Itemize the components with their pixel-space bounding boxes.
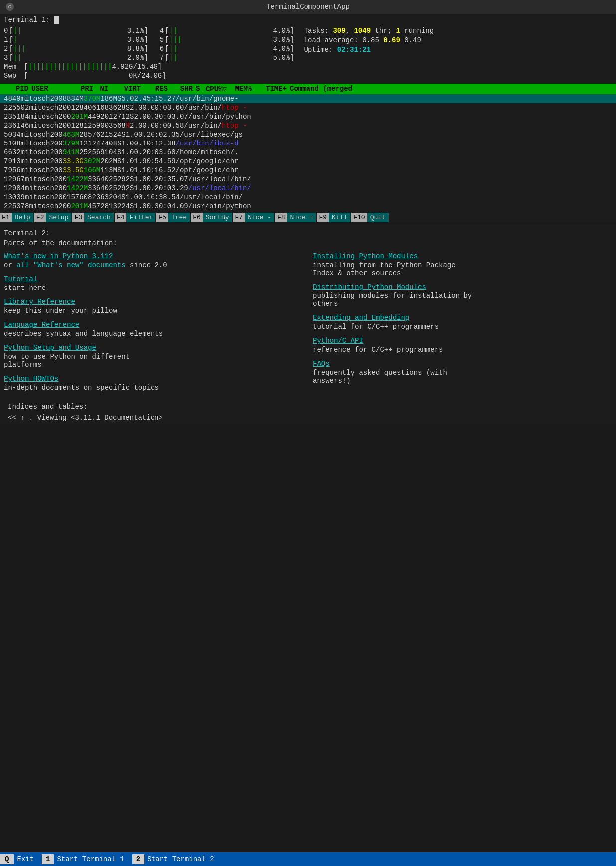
f6-key[interactable]: F6: [191, 213, 203, 222]
f6-sortby[interactable]: SortBy: [203, 213, 232, 222]
python-c-api-link[interactable]: Python/C API: [313, 337, 612, 345]
cpu-row-1: 1 [ | 3.0%] 5 [ ||| 3.0%]: [4, 36, 296, 44]
table-row: 5034 mitosch 20 0 463M 28576 21524 S 1.0…: [0, 130, 616, 139]
swp-row: Swp [ 0K/24.0G]: [4, 72, 296, 80]
language-reference-section: Language Reference describes syntax and …: [4, 321, 303, 338]
table-row: 7956 mitosch 20 0 33.5G 166M 113M S 1.0 …: [0, 166, 616, 175]
terminal-2-subtitle: Parts of the documentation:: [4, 239, 612, 247]
f9-kill[interactable]: Kill: [329, 213, 350, 222]
function-bar: F1Help F2Setup F3Search F4Filter F5Tree …: [0, 213, 616, 222]
f10-quit[interactable]: Quit: [367, 213, 389, 222]
terminal-1-section: Terminal 1: 0 [ || 3.1%] 4 [ ||: [0, 14, 616, 222]
whats-new-docs-link[interactable]: all "What's new" documents: [16, 261, 125, 269]
extending-embedding-link[interactable]: Extending and Embedding: [313, 314, 612, 322]
language-reference-link[interactable]: Language Reference: [4, 321, 303, 329]
f5-key[interactable]: F5: [156, 213, 168, 222]
uptime-line: Uptime: 02:31:21: [304, 46, 612, 54]
cpu-row-3: 3 [ || 2.9%] 7 [ || 5.0%]: [4, 54, 296, 62]
terminal-2-content: What's new in Python 3.11? or all "What'…: [4, 252, 612, 398]
python-c-api-text: reference for C/C++ programmers: [313, 346, 612, 354]
f1-key[interactable]: F1: [0, 213, 12, 222]
table-row: 12967 mitosch 20 0 1422M 33640 25292 S 1…: [0, 175, 616, 184]
exit-label[interactable]: Exit: [17, 855, 34, 863]
cpu-5-cell: 5 [ ||| 3.0%]: [150, 36, 296, 44]
load-line: Load average: 0.85 0.69 0.49: [304, 36, 612, 44]
cpu-6-cell: 6 [ || 4.0%]: [150, 45, 296, 53]
cpu-row-0: 0 [ || 3.1%] 4 [ || 4.0%]: [4, 27, 296, 35]
cpu-3-cell: 3 [ || 2.9%]: [4, 54, 150, 62]
tutorial-link[interactable]: Tutorial: [4, 275, 303, 283]
table-row: 5108 mitosch 20 0 379M 12124 7408 S 1.0 …: [0, 139, 616, 148]
cpu-4-cell: 4 [ || 4.0%]: [150, 27, 296, 35]
bottom-bar: Q Exit 1 Start Terminal 1 2 Start Termin…: [0, 852, 616, 866]
python-howtos-link[interactable]: Python HOWTOs: [4, 375, 303, 383]
f10-key[interactable]: F10: [351, 213, 367, 222]
table-header: PID USER PRI NI VIRT RES SHR S CPU%▽ MEM…: [0, 84, 616, 94]
tab1-number[interactable]: 1: [42, 854, 54, 864]
python-setup-text: how to use Python on differentplatforms: [4, 353, 303, 369]
app-title: TerminalComponentApp: [266, 3, 350, 11]
table-row: 13039 mitosch 20 0 15760 8236 3204 S 1.0…: [0, 193, 616, 202]
python-howtos-section: Python HOWTOs in-depth documents on spec…: [4, 375, 303, 392]
terminal-2-label: Terminal 2:: [4, 229, 612, 237]
distributing-modules-section: Distributing Python Modules publishing m…: [313, 283, 612, 308]
tasks-line: Tasks: 309, 1049 thr; 1 running: [304, 27, 612, 35]
f8-key[interactable]: F8: [275, 213, 287, 222]
extending-embedding-text: tutorial for C/C++ programmers: [313, 323, 612, 331]
terminal-2-section: Terminal 2: Parts of the documentation: …: [0, 224, 616, 424]
f3-key[interactable]: F3: [72, 213, 84, 222]
f8-nice-plus[interactable]: Nice +: [287, 213, 316, 222]
installing-modules-section: Installing Python Modules installing fro…: [313, 252, 612, 277]
close-button[interactable]: ○: [6, 3, 14, 11]
tab2-number[interactable]: 2: [132, 854, 144, 864]
f7-nice-minus[interactable]: Nice -: [245, 213, 274, 222]
python-setup-link[interactable]: Python Setup and Usage: [4, 344, 303, 352]
viewing-label: << ↑ ↓ Viewing <3.11.1 Documentation>: [4, 414, 612, 422]
htop-stats: 0 [ || 3.1%] 4 [ || 4.0%] 1: [0, 25, 616, 81]
library-reference-section: Library Reference keep this under your p…: [4, 298, 303, 315]
whats-new-text: or all "What's new" documents since 2.0: [4, 261, 303, 269]
table-row: 225502 mitosch 20 0 12840 6168 3628 S 2.…: [0, 103, 616, 112]
extending-embedding-section: Extending and Embedding tutorial for C/C…: [313, 314, 612, 331]
python-howtos-text: in-depth documents on specific topics: [4, 384, 303, 392]
mem-row: Mem [ |||||||||||||||||||| 4.92G/15.4G]: [4, 63, 296, 71]
cpu-2-cell: 2 [ ||| 8.8%]: [4, 45, 150, 53]
indices-label: Indices and tables:: [4, 403, 612, 411]
q-button[interactable]: Q: [0, 854, 14, 864]
table-row: 12984 mitosch 20 0 1422M 33640 25292 S 1…: [0, 184, 616, 193]
cpu-1-cell: 1 [ | 3.0%]: [4, 36, 150, 44]
cursor: [54, 16, 59, 24]
f1-help[interactable]: Help: [12, 213, 33, 222]
process-table: PID USER PRI NI VIRT RES SHR S CPU%▽ MEM…: [0, 83, 616, 212]
tab1-label[interactable]: Start Terminal 1: [57, 855, 124, 863]
f5-tree[interactable]: Tree: [168, 213, 190, 222]
distributing-modules-link[interactable]: Distributing Python Modules: [313, 283, 612, 291]
faqs-text: frequently asked questions (withanswers!…: [313, 369, 612, 385]
table-row: 4849 mitosch 20 0 8834M 370M 186M S 5.0 …: [0, 94, 616, 103]
f2-key[interactable]: F2: [34, 213, 46, 222]
f4-filter[interactable]: Filter: [126, 213, 155, 222]
table-row: 6632 mitosch 20 0 941M 25256 9104 S 1.0 …: [0, 148, 616, 157]
table-row: 225378 mitosch 20 0 201M 45728 13224 S 1…: [0, 202, 616, 211]
terminal-1-label: Terminal 1:: [0, 14, 616, 25]
faqs-link[interactable]: FAQs: [313, 360, 612, 368]
tab2-label[interactable]: Start Terminal 2: [147, 855, 214, 863]
f3-search[interactable]: Search: [84, 213, 114, 222]
f9-key[interactable]: F9: [317, 213, 329, 222]
table-row: 236146 mitosch 20 0 12812 5900 3568 R 2.…: [0, 121, 616, 130]
f4-key[interactable]: F4: [115, 213, 127, 222]
htop-left-panel: 0 [ || 3.1%] 4 [ || 4.0%] 1: [4, 27, 296, 81]
cpu-row-2: 2 [ ||| 8.8%] 6 [ || 4.0%]: [4, 45, 296, 53]
distributing-modules-text: publishing modules for installation byot…: [313, 292, 612, 308]
f2-setup[interactable]: Setup: [46, 213, 71, 222]
library-reference-text: keep this under your pillow: [4, 307, 303, 315]
whats-new-link[interactable]: What's new in Python 3.11?: [4, 252, 303, 260]
tutorial-text: start here: [4, 284, 303, 292]
python-setup-section: Python Setup and Usage how to use Python…: [4, 344, 303, 369]
f7-key[interactable]: F7: [233, 213, 245, 222]
library-reference-link[interactable]: Library Reference: [4, 298, 303, 306]
installing-modules-link[interactable]: Installing Python Modules: [313, 252, 612, 260]
table-row: 235184 mitosch 20 0 201M 44920 12712 S 2…: [0, 112, 616, 121]
title-bar: ○ TerminalComponentApp: [0, 0, 616, 14]
whats-new-section: What's new in Python 3.11? or all "What'…: [4, 252, 303, 269]
